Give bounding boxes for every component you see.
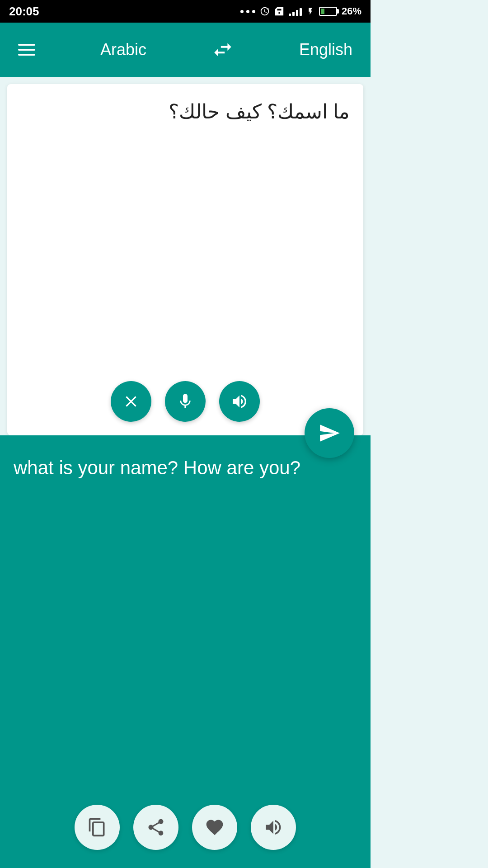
sim-icon	[274, 6, 284, 16]
battery-indicator	[319, 7, 337, 16]
translate-button[interactable]	[305, 408, 354, 458]
input-speak-button[interactable]	[219, 381, 260, 422]
clear-button[interactable]	[111, 381, 151, 422]
status-icons: 26%	[240, 5, 361, 17]
alarm-icon	[260, 6, 270, 16]
status-bar: 20:05 26%	[0, 0, 371, 23]
output-speak-button[interactable]	[251, 805, 296, 850]
signal-icon	[289, 7, 302, 16]
favorite-button[interactable]	[192, 805, 237, 850]
dots-icon	[240, 10, 255, 13]
output-panel: what is your name? How are you?	[0, 435, 371, 868]
menu-button[interactable]	[18, 44, 35, 56]
input-panel-wrapper: ما اسمك؟ كيف حالك؟	[7, 84, 363, 435]
swap-languages-button[interactable]	[211, 38, 234, 61]
share-button[interactable]	[133, 805, 178, 850]
output-actions	[75, 805, 296, 850]
main-content: ما اسمك؟ كيف حالك؟	[0, 77, 371, 868]
battery-percent: 26%	[342, 5, 361, 17]
input-actions	[111, 381, 260, 422]
header: Arabic English	[0, 23, 371, 77]
source-language-button[interactable]: Arabic	[100, 40, 146, 59]
status-time: 20:05	[9, 5, 39, 19]
microphone-button[interactable]	[165, 381, 206, 422]
target-language-button[interactable]: English	[299, 40, 352, 59]
input-panel: ما اسمك؟ كيف حالك؟	[7, 84, 363, 435]
input-text: ما اسمك؟ كيف حالك؟	[21, 98, 350, 386]
output-text: what is your name? How are you?	[14, 453, 357, 482]
charging-icon	[306, 6, 314, 16]
copy-button[interactable]	[75, 805, 120, 850]
